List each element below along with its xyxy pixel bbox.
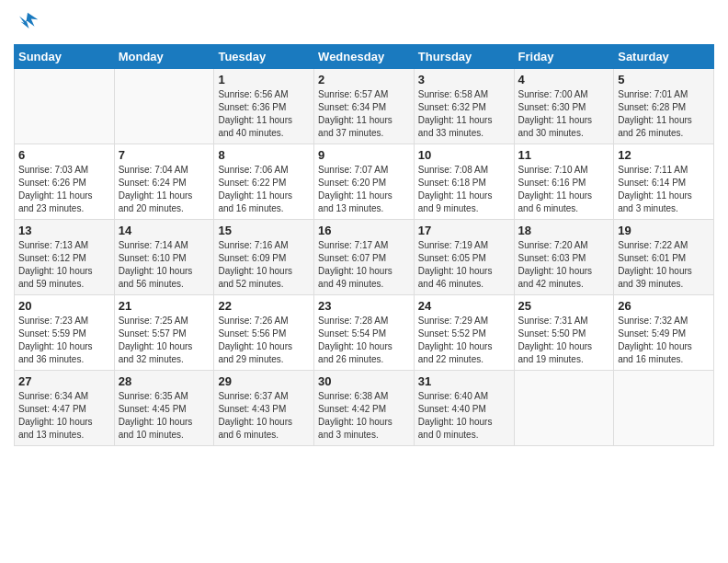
logo-icon [14,9,41,37]
calendar-cell: 2Sunrise: 6:57 AM Sunset: 6:34 PM Daylig… [314,69,415,144]
header-day: Thursday [414,45,514,69]
calendar-cell: 18Sunrise: 7:20 AM Sunset: 6:03 PM Dayli… [514,220,614,295]
cell-content: Sunrise: 6:38 AM Sunset: 4:42 PM Dayligh… [318,390,410,442]
calendar-cell: 1Sunrise: 6:56 AM Sunset: 6:36 PM Daylig… [214,69,314,144]
svg-marker-0 [19,13,38,29]
calendar-cell: 21Sunrise: 7:25 AM Sunset: 5:57 PM Dayli… [114,295,214,371]
calendar-cell: 22Sunrise: 7:26 AM Sunset: 5:56 PM Dayli… [214,295,314,371]
day-number: 20 [18,299,110,313]
cell-content: Sunrise: 7:16 AM Sunset: 6:09 PM Dayligh… [218,239,310,291]
day-number: 16 [318,224,410,237]
week-row: 1Sunrise: 6:56 AM Sunset: 6:36 PM Daylig… [15,69,714,144]
day-number: 22 [218,299,310,313]
calendar-cell: 28Sunrise: 6:35 AM Sunset: 4:45 PM Dayli… [114,371,214,446]
header-day: Wednesday [314,45,415,69]
day-number: 21 [119,299,210,313]
calendar-cell: 30Sunrise: 6:38 AM Sunset: 4:42 PM Dayli… [314,371,415,446]
day-number: 14 [119,224,210,237]
cell-content: Sunrise: 7:00 AM Sunset: 6:30 PM Dayligh… [518,88,610,140]
calendar-cell: 4Sunrise: 7:00 AM Sunset: 6:30 PM Daylig… [514,69,614,144]
day-number: 13 [18,224,110,237]
cell-content: Sunrise: 7:17 AM Sunset: 6:07 PM Dayligh… [318,239,410,291]
day-number: 10 [418,148,510,162]
cell-content: Sunrise: 7:26 AM Sunset: 5:56 PM Dayligh… [218,315,310,366]
cell-content: Sunrise: 7:14 AM Sunset: 6:10 PM Dayligh… [119,239,210,291]
cell-content: Sunrise: 7:22 AM Sunset: 6:01 PM Dayligh… [618,239,710,291]
cell-content: Sunrise: 6:40 AM Sunset: 4:40 PM Dayligh… [418,390,510,442]
calendar-cell: 9Sunrise: 7:07 AM Sunset: 6:20 PM Daylig… [314,144,415,220]
calendar-cell: 31Sunrise: 6:40 AM Sunset: 4:40 PM Dayli… [414,371,514,446]
calendar-cell: 20Sunrise: 7:23 AM Sunset: 5:59 PM Dayli… [15,295,115,371]
calendar-cell: 11Sunrise: 7:10 AM Sunset: 6:16 PM Dayli… [514,144,614,220]
calendar-cell: 24Sunrise: 7:29 AM Sunset: 5:52 PM Dayli… [414,295,514,371]
cell-content: Sunrise: 7:23 AM Sunset: 5:59 PM Dayligh… [18,315,110,366]
cell-content: Sunrise: 6:58 AM Sunset: 6:32 PM Dayligh… [418,88,510,140]
day-number: 6 [18,148,110,162]
cell-content: Sunrise: 7:08 AM Sunset: 6:18 PM Dayligh… [418,164,510,215]
day-number: 4 [518,73,610,86]
cell-content: Sunrise: 6:35 AM Sunset: 4:45 PM Dayligh… [119,390,210,442]
calendar-cell: 14Sunrise: 7:14 AM Sunset: 6:10 PM Dayli… [114,220,214,295]
cell-content: Sunrise: 7:01 AM Sunset: 6:28 PM Dayligh… [618,88,710,140]
day-number: 30 [318,374,410,388]
day-number: 23 [318,299,410,313]
calendar-cell: 5Sunrise: 7:01 AM Sunset: 6:28 PM Daylig… [614,69,714,144]
header-day: Monday [114,45,214,69]
cell-content: Sunrise: 7:04 AM Sunset: 6:24 PM Dayligh… [119,164,210,215]
header-day: Saturday [614,45,714,69]
day-number: 2 [318,73,410,86]
day-number: 24 [418,299,510,313]
day-number: 7 [119,148,210,162]
cell-content: Sunrise: 6:37 AM Sunset: 4:43 PM Dayligh… [218,390,310,442]
day-number: 3 [418,73,510,86]
calendar-cell [614,371,714,446]
header-day: Tuesday [214,45,314,69]
day-number: 29 [218,374,310,388]
cell-content: Sunrise: 7:31 AM Sunset: 5:50 PM Dayligh… [518,315,610,366]
cell-content: Sunrise: 7:06 AM Sunset: 6:22 PM Dayligh… [218,164,310,215]
cell-content: Sunrise: 7:10 AM Sunset: 6:16 PM Dayligh… [518,164,610,215]
cell-content: Sunrise: 6:56 AM Sunset: 6:36 PM Dayligh… [218,88,310,140]
week-row: 20Sunrise: 7:23 AM Sunset: 5:59 PM Dayli… [15,295,714,371]
day-number: 15 [218,224,310,237]
cell-content: Sunrise: 7:29 AM Sunset: 5:52 PM Dayligh… [418,315,510,366]
day-number: 9 [318,148,410,162]
calendar-cell: 23Sunrise: 7:28 AM Sunset: 5:54 PM Dayli… [314,295,415,371]
calendar-cell [514,371,614,446]
day-number: 1 [218,73,310,86]
day-number: 26 [618,299,710,313]
calendar-cell: 27Sunrise: 6:34 AM Sunset: 4:47 PM Dayli… [15,371,115,446]
day-number: 19 [618,224,710,237]
week-row: 6Sunrise: 7:03 AM Sunset: 6:26 PM Daylig… [15,144,714,220]
header-day: Friday [514,45,614,69]
calendar-cell: 8Sunrise: 7:06 AM Sunset: 6:22 PM Daylig… [214,144,314,220]
calendar-cell: 29Sunrise: 6:37 AM Sunset: 4:43 PM Dayli… [214,371,314,446]
calendar-cell: 16Sunrise: 7:17 AM Sunset: 6:07 PM Dayli… [314,220,415,295]
calendar-cell: 15Sunrise: 7:16 AM Sunset: 6:09 PM Dayli… [214,220,314,295]
day-number: 12 [618,148,710,162]
cell-content: Sunrise: 7:32 AM Sunset: 5:49 PM Dayligh… [618,315,710,366]
calendar-cell [15,69,115,144]
header-row: SundayMondayTuesdayWednesdayThursdayFrid… [15,45,714,69]
calendar-cell: 19Sunrise: 7:22 AM Sunset: 6:01 PM Dayli… [614,220,714,295]
calendar-table: SundayMondayTuesdayWednesdayThursdayFrid… [14,44,714,446]
calendar-cell: 26Sunrise: 7:32 AM Sunset: 5:49 PM Dayli… [614,295,714,371]
header [14,9,714,37]
day-number: 25 [518,299,610,313]
cell-content: Sunrise: 7:19 AM Sunset: 6:05 PM Dayligh… [418,239,510,291]
cell-content: Sunrise: 7:11 AM Sunset: 6:14 PM Dayligh… [618,164,710,215]
main-container: SundayMondayTuesdayWednesdayThursdayFrid… [0,0,728,451]
logo [14,9,45,37]
calendar-cell [114,69,214,144]
calendar-cell: 13Sunrise: 7:13 AM Sunset: 6:12 PM Dayli… [15,220,115,295]
day-number: 11 [518,148,610,162]
calendar-cell: 25Sunrise: 7:31 AM Sunset: 5:50 PM Dayli… [514,295,614,371]
cell-content: Sunrise: 6:57 AM Sunset: 6:34 PM Dayligh… [318,88,410,140]
week-row: 13Sunrise: 7:13 AM Sunset: 6:12 PM Dayli… [15,220,714,295]
cell-content: Sunrise: 7:13 AM Sunset: 6:12 PM Dayligh… [18,239,110,291]
day-number: 28 [119,374,210,388]
week-row: 27Sunrise: 6:34 AM Sunset: 4:47 PM Dayli… [15,371,714,446]
day-number: 31 [418,374,510,388]
day-number: 17 [418,224,510,237]
calendar-cell: 7Sunrise: 7:04 AM Sunset: 6:24 PM Daylig… [114,144,214,220]
